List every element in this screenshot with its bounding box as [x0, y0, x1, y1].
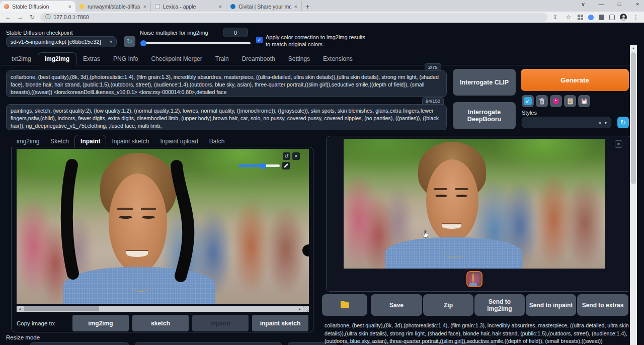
portrait-blue-top: [469, 283, 477, 286]
tab-png-info[interactable]: PNG Info: [107, 53, 144, 65]
window-chevron-icon[interactable]: ∨: [580, 1, 587, 8]
side-panel-icon[interactable]: [609, 15, 615, 20]
new-tab-button[interactable]: +: [302, 1, 313, 12]
copy-to-inpaint-sketch-button[interactable]: inpaint sketch: [252, 315, 308, 331]
civitai-favicon: [230, 4, 235, 9]
extensions-puzzle-icon[interactable]: [599, 15, 604, 20]
tab-close-icon[interactable]: ×: [68, 4, 71, 10]
tab-inpaint-upload[interactable]: Inpaint upload: [154, 135, 203, 147]
share-icon[interactable]: ⇪: [551, 14, 559, 21]
scroll-right-icon[interactable]: ▸: [297, 307, 303, 311]
browser-tab-runwayml[interactable]: runwayml/stable-diffusion-inpai ×: [75, 1, 151, 12]
tab-train[interactable]: Train: [209, 53, 235, 65]
tab-settings[interactable]: Settings: [282, 53, 316, 65]
portrait-brow: [434, 188, 447, 190]
tab-extras[interactable]: Extras: [76, 53, 107, 65]
tab-img2img[interactable]: img2img: [38, 52, 76, 65]
resize-grip[interactable]: [303, 306, 309, 312]
brush-size-slider[interactable]: [238, 164, 280, 167]
zip-button[interactable]: Zip: [423, 294, 473, 316]
browser-tab-civitai[interactable]: Civitai | Share your models ×: [226, 1, 302, 12]
scrollbar-thumb[interactable]: [631, 52, 636, 184]
styles-dropdown[interactable]: × ▾: [522, 117, 611, 128]
back-icon[interactable]: ←: [4, 14, 12, 21]
gallery-thumbnail-selected[interactable]: [466, 271, 482, 287]
interrogate-deepbooru-button[interactable]: Interrogate DeepBooru: [453, 102, 516, 129]
tab-close-icon[interactable]: ×: [219, 4, 222, 10]
tab-extensions[interactable]: Extensions: [316, 53, 359, 65]
extra-networks-button[interactable]: [550, 95, 562, 107]
positive-prompt-textarea[interactable]: collarbone, (best quality),(8k, 3d),(pho…: [6, 70, 447, 97]
noise-multiplier-slider[interactable]: [141, 42, 251, 44]
inpaint-canvas[interactable]: ↺ ×: [17, 149, 309, 304]
scroll-up-icon[interactable]: ▲: [630, 45, 637, 51]
browser-menu-icon[interactable]: ⋮: [632, 14, 640, 21]
checkpoint-dropdown[interactable]: sd-v1-5-inpainting.ckpt [c6bbc15e32] ▾: [6, 36, 117, 47]
send-to-inpaint-button[interactable]: Send to inpaint: [526, 294, 576, 316]
window-close-icon[interactable]: ×: [634, 1, 641, 8]
generate-button[interactable]: Generate: [521, 69, 629, 91]
output-gallery: ×: [326, 136, 632, 292]
refresh-checkpoint-button[interactable]: ↻: [124, 36, 135, 47]
close-gallery-button[interactable]: ×: [615, 140, 622, 148]
extension-dot-icon[interactable]: [588, 15, 594, 20]
copy-to-img2img-button[interactable]: img2img: [72, 315, 129, 331]
resize-mode-option[interactable]: [135, 342, 282, 345]
window-minimize-icon[interactable]: —: [598, 1, 605, 8]
generated-image[interactable]: [344, 139, 605, 269]
browser-tab-stable-diffusion[interactable]: Stable Diffusion ×: [0, 1, 75, 12]
page-scrollbar[interactable]: ▲: [630, 45, 637, 345]
browser-tab-lexica[interactable]: Lexica - apple ×: [151, 1, 226, 12]
refresh-styles-button[interactable]: ↻: [617, 117, 629, 128]
tab-inpaint[interactable]: Inpaint: [74, 135, 106, 148]
clear-image-button[interactable]: ×: [292, 152, 300, 160]
styles-label: Styles: [522, 110, 537, 116]
slider-handle[interactable]: [260, 163, 266, 169]
tab-checkpoint-merger[interactable]: Checkpoint Merger: [144, 53, 208, 65]
tab-dreambooth[interactable]: Dreambooth: [235, 53, 282, 65]
tab-batch[interactable]: Batch: [204, 135, 230, 147]
undo-icon: ↺: [284, 153, 288, 159]
address-bar[interactable]: ⓘ 127.0.0.1:7860: [40, 13, 547, 22]
resize-mode-option[interactable]: [30, 342, 129, 345]
negative-prompt-textarea[interactable]: paintings, sketch, (worst quality:2), (l…: [6, 104, 447, 130]
extra-networks-icon: [553, 98, 559, 104]
color-correction-checkbox[interactable]: ✓: [256, 37, 263, 43]
url-text: 127.0.0.1:7860: [53, 14, 89, 20]
extension-grid-icon[interactable]: [578, 15, 583, 20]
generation-info-text: collarbone, (best quality),(8k, 3d),(pho…: [325, 322, 629, 345]
forward-icon[interactable]: →: [16, 14, 24, 21]
reload-icon[interactable]: ↻: [28, 14, 36, 21]
clear-styles-icon[interactable]: ×: [598, 120, 601, 126]
screen: Stable Diffusion × runwayml/stable-diffu…: [0, 0, 644, 345]
open-output-folder-button[interactable]: [322, 294, 367, 316]
tab-img2img-mode[interactable]: img2img: [11, 135, 45, 147]
send-to-img2img-button[interactable]: Send to img2img: [474, 294, 525, 316]
apply-style-button[interactable]: [564, 95, 576, 107]
undo-stroke-button[interactable]: ↺: [283, 152, 290, 160]
scroll-left-icon[interactable]: ◂: [17, 307, 23, 311]
color-correction-label[interactable]: Apply color correction to img2img result…: [266, 34, 366, 48]
brush-size-button[interactable]: [282, 162, 290, 169]
save-button[interactable]: Save: [371, 294, 422, 316]
tab-txt2img[interactable]: txt2img: [5, 53, 38, 65]
canvas-horizontal-scrollbar[interactable]: ◂ ▸: [17, 306, 309, 312]
copy-to-sketch-button[interactable]: sketch: [132, 315, 189, 331]
tab-sketch[interactable]: Sketch: [45, 135, 74, 147]
bookmark-star-icon[interactable]: ☆: [565, 14, 573, 21]
window-restore-icon[interactable]: □: [616, 1, 623, 8]
save-style-button[interactable]: [578, 95, 590, 107]
tab-close-icon[interactable]: ×: [143, 4, 146, 10]
tab-inpaint-sketch[interactable]: Inpaint sketch: [106, 135, 154, 147]
send-to-extras-button[interactable]: Send to extras: [577, 294, 628, 316]
interrogate-clip-button[interactable]: Interrogate CLIP: [453, 69, 516, 96]
paste-generation-params-button[interactable]: ↙: [522, 95, 534, 107]
tab-close-icon[interactable]: ×: [294, 4, 297, 10]
site-info-icon[interactable]: ⓘ: [45, 14, 51, 21]
slider-handle[interactable]: [140, 40, 146, 46]
copy-image-row: Copy image to: img2img sketch inpaint in…: [12, 313, 314, 333]
profile-avatar[interactable]: [620, 14, 627, 21]
clear-prompt-button[interactable]: [536, 95, 548, 107]
scrollbar-thumb[interactable]: [24, 306, 99, 311]
noise-multiplier-input[interactable]: 0: [223, 28, 248, 37]
